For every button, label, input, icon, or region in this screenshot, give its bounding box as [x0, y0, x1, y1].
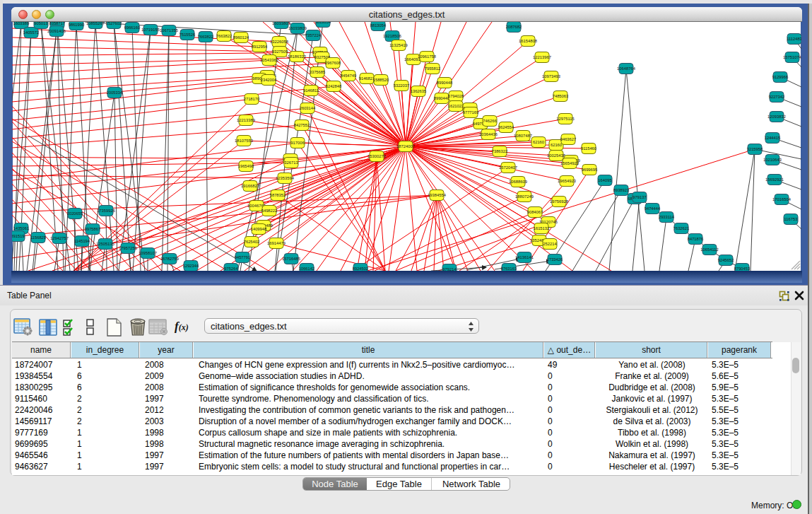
svg-text:8813054: 8813054: [370, 23, 387, 28]
svg-text:3624554: 3624554: [498, 125, 514, 129]
svg-text:16033809: 16033809: [272, 22, 290, 25]
svg-text:1527602: 1527602: [106, 22, 122, 25]
svg-text:12213967: 12213967: [533, 55, 551, 59]
svg-text:1588520: 1588520: [373, 78, 389, 82]
svg-text:1409948: 1409948: [251, 227, 267, 231]
svg-text:1965498: 1965498: [238, 164, 254, 168]
svg-text:1435061: 1435061: [13, 226, 30, 230]
svg-text:9463627: 9463627: [560, 137, 577, 141]
svg-text:326713: 326713: [284, 160, 298, 165]
svg-text:9245652: 9245652: [718, 258, 734, 262]
svg-text:9699695: 9699695: [582, 168, 598, 172]
svg-text:10671355: 10671355: [160, 28, 178, 33]
svg-text:8912954: 8912954: [252, 45, 268, 49]
svg-text:17016504: 17016504: [772, 197, 792, 201]
svg-text:16154808: 16154808: [519, 39, 537, 43]
svg-text:12975115: 12975115: [556, 117, 574, 121]
svg-text:19756928: 19756928: [550, 199, 568, 204]
svg-text:8990448: 8990448: [437, 81, 453, 85]
svg-text:7663822: 7663822: [198, 35, 214, 39]
svg-text:19654923: 19654923: [558, 179, 576, 183]
svg-text:979214: 979214: [442, 267, 457, 271]
svg-text:391519: 391519: [12, 234, 25, 238]
svg-text:2087682: 2087682: [506, 25, 522, 29]
svg-text:7515526: 7515526: [180, 33, 196, 37]
svg-text:8960124: 8960124: [233, 35, 249, 40]
svg-text:2933114: 2933114: [659, 215, 675, 219]
svg-text:6966160: 6966160: [124, 25, 141, 30]
svg-text:7663822: 7663822: [216, 34, 233, 38]
svg-text:15751074: 15751074: [783, 55, 801, 59]
svg-text:20091406: 20091406: [47, 29, 66, 33]
svg-text:15716485: 15716485: [282, 257, 300, 261]
svg-text:9975867: 9975867: [85, 227, 101, 231]
svg-text:746266: 746266: [483, 119, 496, 123]
svg-text:7386322: 7386322: [492, 149, 508, 153]
svg-text:10654112: 10654112: [700, 247, 718, 252]
svg-text:2603144: 2603144: [300, 106, 316, 110]
svg-text:905013: 905013: [34, 22, 47, 25]
svg-text:11325419: 11325419: [389, 43, 407, 47]
svg-text:1615132: 1615132: [534, 226, 550, 230]
svg-text:1621022: 1621022: [448, 104, 464, 108]
svg-text:7955812: 7955812: [425, 66, 441, 71]
svg-text:8813054: 8813054: [315, 22, 331, 24]
svg-text:975264: 975264: [224, 267, 238, 271]
svg-text:8763163: 8763163: [501, 267, 517, 271]
svg-text:164095: 164095: [598, 178, 611, 182]
svg-text:8938923: 8938923: [613, 188, 630, 192]
svg-text:9457791: 9457791: [235, 255, 251, 259]
svg-text:18186323: 18186323: [288, 54, 306, 59]
svg-text:18807249: 18807249: [515, 194, 534, 199]
svg-text:2342004: 2342004: [261, 78, 277, 82]
svg-text:5322037: 5322037: [394, 83, 410, 88]
svg-text:20364436: 20364436: [479, 132, 498, 136]
svg-text:62160: 62160: [551, 143, 562, 147]
svg-text:19166827: 19166827: [241, 184, 259, 188]
svg-text:9227342: 9227342: [769, 95, 785, 99]
svg-text:15300273: 15300273: [367, 154, 386, 158]
svg-text:1292344: 1292344: [183, 264, 199, 268]
svg-text:10958107: 10958107: [139, 251, 157, 255]
svg-text:1145194: 1145194: [74, 239, 90, 243]
svg-text:18724007: 18724007: [396, 144, 415, 148]
svg-text:1362635: 1362635: [411, 89, 427, 93]
svg-text:8427552: 8427552: [294, 123, 310, 127]
svg-text:7357224: 7357224: [305, 33, 322, 37]
svg-text:16033809: 16033809: [288, 26, 307, 30]
svg-text:12213389: 12213389: [237, 118, 255, 122]
svg-text:18107553: 18107553: [235, 139, 253, 143]
svg-text:9474444: 9474444: [645, 206, 661, 211]
svg-text:12093832: 12093832: [767, 115, 786, 119]
svg-text:9084067: 9084067: [527, 210, 543, 214]
svg-text:10719155: 10719155: [141, 28, 160, 32]
svg-text:5878352: 5878352: [270, 193, 286, 197]
svg-text:1066142: 1066142: [299, 267, 315, 271]
svg-text:17957255: 17957255: [119, 246, 137, 250]
svg-text:1244415: 1244415: [765, 136, 781, 140]
svg-text:5498222: 5498222: [261, 209, 278, 213]
svg-text:2718170: 2718170: [244, 97, 260, 101]
svg-text:8454749: 8454749: [341, 74, 357, 78]
svg-text:10855267: 10855267: [86, 22, 105, 25]
svg-text:12353594: 12353594: [276, 176, 295, 180]
svg-text:2020655: 2020655: [67, 211, 83, 216]
svg-text:9327509: 9327509: [272, 49, 288, 54]
svg-text:17359926: 17359926: [97, 209, 115, 213]
svg-text:979137: 979137: [632, 195, 646, 199]
svg-text:7625402: 7625402: [244, 240, 260, 244]
svg-text:9861990: 9861990: [69, 23, 85, 27]
svg-text:13226058: 13226058: [270, 40, 288, 44]
svg-text:16914479: 16914479: [267, 241, 286, 245]
svg-text:9115460: 9115460: [581, 146, 596, 151]
svg-text:15692921: 15692921: [765, 177, 784, 182]
svg-text:10973493: 10973493: [542, 74, 560, 78]
svg-text:10807487: 10807487: [514, 134, 532, 138]
svg-text:14136141: 14136141: [515, 255, 534, 259]
svg-text:8924502: 8924502: [353, 267, 369, 271]
svg-text:10688609: 10688609: [509, 180, 527, 184]
svg-text:6794028: 6794028: [448, 94, 464, 98]
svg-text:3215958: 3215958: [747, 147, 763, 151]
svg-text:7485063: 7485063: [553, 94, 569, 98]
svg-text:10210643: 10210643: [763, 158, 782, 162]
